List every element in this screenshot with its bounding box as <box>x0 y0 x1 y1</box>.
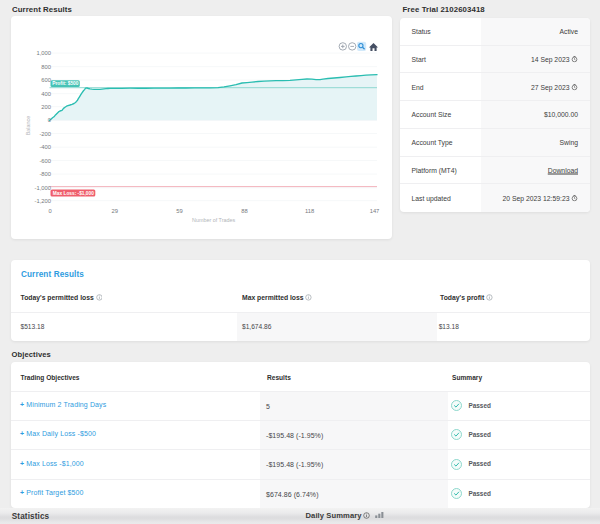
svg-text:-1,200: -1,200 <box>35 198 51 204</box>
svg-text:147: 147 <box>370 208 380 214</box>
svg-text:-600: -600 <box>39 158 51 164</box>
svg-text:29: 29 <box>112 208 118 214</box>
svg-text:800: 800 <box>41 64 51 70</box>
svg-text:-800: -800 <box>39 171 51 177</box>
svg-text:59: 59 <box>176 208 182 214</box>
svg-text:-400: -400 <box>39 144 51 150</box>
svg-text:200: 200 <box>41 104 51 110</box>
svg-text:-1,000: -1,000 <box>35 185 51 191</box>
svg-text:400: 400 <box>41 91 51 97</box>
svg-text:Profit: $500: Profit: $500 <box>52 81 78 86</box>
svg-text:118: 118 <box>305 208 314 214</box>
svg-text:Max Loss: -$1,000: Max Loss: -$1,000 <box>53 191 94 196</box>
svg-text:0: 0 <box>48 117 51 123</box>
svg-text:600: 600 <box>41 77 51 83</box>
svg-text:Balance: Balance <box>25 116 31 135</box>
svg-text:-200: -200 <box>39 131 51 137</box>
svg-text:0: 0 <box>48 208 51 214</box>
svg-text:Number of Trades: Number of Trades <box>192 217 235 223</box>
svg-text:1,000: 1,000 <box>36 50 51 56</box>
svg-text:88: 88 <box>241 208 247 214</box>
